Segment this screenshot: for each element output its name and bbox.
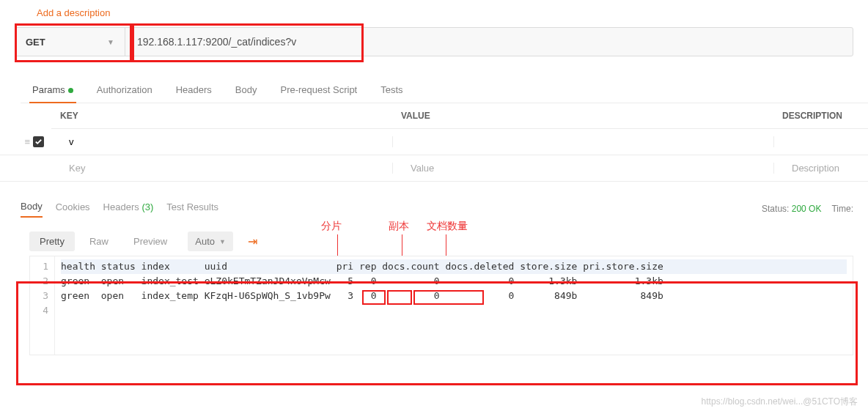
- request-tabs: Params Authorization Headers Body Pre-re…: [21, 78, 868, 103]
- annotation-replica: 副本: [389, 220, 409, 233]
- active-dot-icon: [68, 88, 73, 93]
- tab-authorization[interactable]: Authorization: [85, 78, 164, 103]
- drag-handle-icon[interactable]: ≡: [24, 136, 29, 147]
- tab-params[interactable]: Params: [21, 78, 85, 103]
- tab-headers[interactable]: Headers: [164, 78, 224, 103]
- view-pretty[interactable]: Pretty: [29, 232, 75, 251]
- annotation-docs: 文档数量: [427, 220, 468, 233]
- wrap-lines-icon[interactable]: ⇥: [248, 234, 257, 248]
- response-view-bar: Pretty Raw Preview Auto▼ ⇥: [29, 232, 868, 251]
- response-status: Status: 200 OK Time:: [762, 204, 853, 214]
- annotation-shard: 分片: [321, 220, 342, 233]
- content-type-select[interactable]: Auto▼: [188, 232, 233, 251]
- http-method-label: GET: [26, 37, 45, 48]
- param-value-input[interactable]: [402, 136, 773, 147]
- param-value-input-empty[interactable]: [402, 163, 773, 174]
- params-row-empty: [0, 155, 868, 182]
- resp-tab-tests[interactable]: Test Results: [166, 201, 218, 217]
- resp-tab-headers[interactable]: Headers (3): [103, 201, 154, 217]
- tab-tests[interactable]: Tests: [369, 78, 414, 103]
- watermark: https://blog.csdn.net/wei...@51CTO博客: [702, 396, 858, 408]
- http-method-select[interactable]: GET ▼: [15, 28, 125, 56]
- param-desc-input[interactable]: [783, 136, 868, 147]
- params-header: KEY VALUE DESCRIPTION: [51, 103, 868, 129]
- header-desc: DESCRIPTION: [773, 111, 868, 121]
- line-gutter: 1234: [30, 256, 55, 355]
- view-raw[interactable]: Raw: [79, 232, 119, 251]
- response-tabs: Body Cookies Headers (3) Test Results St…: [21, 199, 868, 218]
- add-description-link[interactable]: Add a description: [37, 7, 110, 18]
- param-desc-input-empty[interactable]: [783, 163, 868, 174]
- view-preview[interactable]: Preview: [123, 232, 177, 251]
- tab-prerequest[interactable]: Pre-request Script: [268, 78, 369, 103]
- header-value: VALUE: [392, 111, 773, 121]
- params-row: ≡: [0, 129, 868, 155]
- url-input[interactable]: 192.168.1.117:9200/_cat/indices?v: [125, 28, 853, 56]
- chevron-down-icon: ▼: [107, 38, 114, 46]
- resp-tab-cookies[interactable]: Cookies: [56, 201, 90, 217]
- resp-tab-body[interactable]: Body: [21, 201, 43, 218]
- response-body: 1234 health status index uuid pri rep do…: [29, 256, 853, 355]
- row-checkbox[interactable]: [33, 136, 44, 147]
- tab-body[interactable]: Body: [224, 78, 269, 103]
- param-key-input[interactable]: [60, 136, 392, 147]
- response-text[interactable]: health status index uuid pri rep docs.co…: [55, 256, 853, 355]
- request-bar: GET ▼ 192.168.1.117:9200/_cat/indices?v: [15, 27, 853, 56]
- header-key: KEY: [51, 111, 392, 121]
- param-key-input-empty[interactable]: [60, 163, 392, 174]
